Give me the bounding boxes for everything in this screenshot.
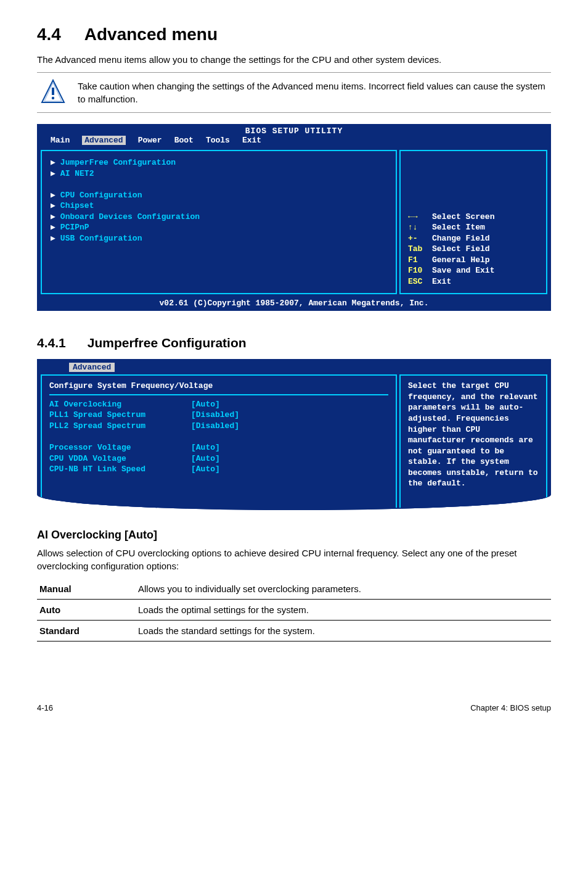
help-key: F1 <box>408 255 418 265</box>
menu-item[interactable]: USB Configuration <box>60 234 142 243</box>
setting-row[interactable]: Processor Voltage[Auto] <box>49 442 388 453</box>
option-key: Standard <box>37 620 136 641</box>
setting-row[interactable]: CPU-NB HT Link Speed[Auto] <box>49 464 388 475</box>
bios2-settings: Configure System Frequency/Voltage AI Ov… <box>41 374 397 507</box>
page-number: 4-16 <box>37 703 53 712</box>
setting-label: PLL2 Spread Spectrum <box>49 421 191 432</box>
setting-label: PLL1 Spread Spectrum <box>49 410 191 421</box>
option-key: Manual <box>37 579 136 600</box>
ai-overclocking-desc: Allows selection of CPU overclocking opt… <box>37 547 551 572</box>
tab-main[interactable]: Main <box>51 136 70 145</box>
menu-item[interactable]: JumperFree Configuration <box>60 158 176 167</box>
bios-help-list: ←→ Select Screen ↑↓ Select Item +- Chang… <box>408 212 539 287</box>
triangle-icon: ▶ <box>51 169 55 178</box>
help-label: Select Field <box>432 244 490 254</box>
setting-value: [Auto] <box>191 464 220 475</box>
tab-power[interactable]: Power <box>138 136 162 145</box>
chapter-label: Chapter 4: BIOS setup <box>470 703 551 712</box>
option-desc: Loads the optimal settings for the syste… <box>136 599 551 620</box>
subsection-title: 4.4.1 Jumperfree Configuration <box>37 336 551 350</box>
ai-overclocking-heading: AI Overclocking [Auto] <box>37 529 551 542</box>
table-row: Auto Loads the optimal settings for the … <box>37 599 551 620</box>
setting-label: CPU VDDA Voltage <box>49 453 191 464</box>
setting-spacer <box>49 432 388 443</box>
menu-item[interactable]: Chipset <box>60 201 94 210</box>
help-label: Exit <box>432 277 451 286</box>
tab-advanced[interactable]: Advanced <box>82 136 125 145</box>
section-number: 4.4 <box>37 25 61 44</box>
bios-tabs: Main Advanced Power Boot Tools Exit <box>38 136 550 147</box>
bios-copyright: v02.61 (C)Copyright 1985-2007, American … <box>38 297 550 310</box>
bios2-help: Select the target CPU frequency, and the… <box>399 374 547 507</box>
bios-help-panel: ←→ Select Screen ↑↓ Select Item +- Chang… <box>399 150 547 294</box>
bios2-body: Configure System Frequency/Voltage AI Ov… <box>38 372 550 510</box>
svg-rect-2 <box>52 88 54 95</box>
intro-text: The Advanced menu items allow you to cha… <box>37 53 551 66</box>
bios-jumperfree-box: Advanced Configure System Frequency/Volt… <box>37 359 551 510</box>
bios-title: BIOS SETUP UTILITY <box>38 125 550 136</box>
subsection-number: 4.4.1 <box>37 336 66 350</box>
overclocking-options-table: Manual Allows you to individually set ov… <box>37 579 551 642</box>
help-key: ←→ <box>408 212 418 221</box>
caution-box: Take caution when changing the settings … <box>37 72 551 113</box>
bios2-tabrow: Advanced <box>38 360 550 372</box>
setting-label: CPU-NB HT Link Speed <box>49 464 191 475</box>
bios-setup-box: BIOS SETUP UTILITY Main Advanced Power B… <box>37 124 551 311</box>
option-key: Auto <box>37 599 136 620</box>
subsection-name: Jumperfree Configuration <box>88 336 247 350</box>
svg-point-3 <box>52 97 54 99</box>
page-footer: 4-16 Chapter 4: BIOS setup <box>37 703 551 712</box>
tab-advanced[interactable]: Advanced <box>69 363 115 372</box>
table-row: Manual Allows you to individually set ov… <box>37 579 551 600</box>
setting-row[interactable]: PLL2 Spread Spectrum[Disabled] <box>49 421 388 432</box>
triangle-icon: ▶ <box>51 201 55 210</box>
setting-value: [Auto] <box>191 442 220 453</box>
menu-item[interactable]: Onboard Devices Configuration <box>60 212 200 221</box>
menu-item[interactable]: AI NET2 <box>60 169 94 178</box>
setting-row[interactable]: PLL1 Spread Spectrum[Disabled] <box>49 410 388 421</box>
menu-item[interactable]: PCIPnP <box>60 223 89 232</box>
table-row: Standard Loads the standard settings for… <box>37 620 551 641</box>
setting-row[interactable]: CPU VDDA Voltage[Auto] <box>49 453 388 464</box>
setting-value: [Auto] <box>191 399 220 410</box>
bios-menu-list: ▶JumperFree Configuration ▶AI NET2 ▶CPU … <box>41 150 397 294</box>
tab-tools[interactable]: Tools <box>206 136 230 145</box>
tab-boot[interactable]: Boot <box>174 136 194 145</box>
caution-icon <box>41 79 65 106</box>
option-desc: Loads the standard settings for the syst… <box>136 620 551 641</box>
setting-row[interactable]: AI Overclocking[Auto] <box>49 399 388 410</box>
help-label: Select Item <box>432 223 485 232</box>
triangle-icon: ▶ <box>51 212 55 221</box>
triangle-icon: ▶ <box>51 234 55 243</box>
help-label: Select Screen <box>432 212 494 221</box>
triangle-icon: ▶ <box>51 158 55 167</box>
menu-item[interactable]: CPU Configuration <box>60 191 142 200</box>
help-key: ESC <box>408 277 422 286</box>
help-label: Save and Exit <box>432 266 494 275</box>
bios2-header: Configure System Frequency/Voltage <box>49 381 388 395</box>
triangle-icon: ▶ <box>51 223 55 232</box>
help-label: General Help <box>432 255 490 265</box>
setting-label: AI Overclocking <box>49 399 191 410</box>
setting-value: [Disabled] <box>191 421 239 432</box>
caution-text: Take caution when changing the settings … <box>78 80 547 105</box>
section-title: 4.4 Advanced menu <box>37 25 551 44</box>
help-label: Change Field <box>432 234 490 243</box>
section-name: Advanced menu <box>84 25 218 44</box>
tab-exit[interactable]: Exit <box>242 136 261 145</box>
setting-value: [Disabled] <box>191 410 239 421</box>
help-key: Tab <box>408 244 422 254</box>
bios-body: ▶JumperFree Configuration ▶AI NET2 ▶CPU … <box>38 147 550 297</box>
help-key: ↑↓ <box>408 223 418 232</box>
help-key: F10 <box>408 266 422 275</box>
setting-value: [Auto] <box>191 453 220 464</box>
help-key: +- <box>408 234 418 243</box>
option-desc: Allows you to individually set overclock… <box>136 579 551 600</box>
triangle-icon: ▶ <box>51 191 55 200</box>
setting-label: Processor Voltage <box>49 442 191 453</box>
